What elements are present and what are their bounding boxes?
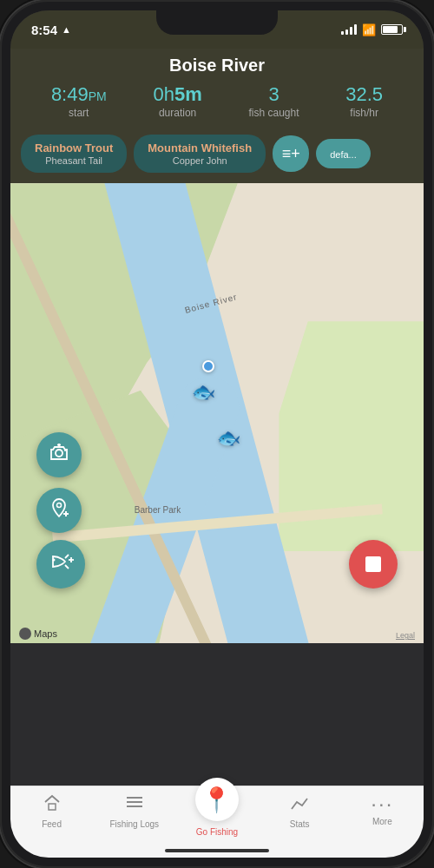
- svg-rect-11: [49, 804, 56, 810]
- stat-fish-caught-label: fish caught: [248, 107, 299, 119]
- chip-name-0: Rainbow Trout: [35, 141, 113, 155]
- tab-bar: Feed Fishing Logs 📍: [10, 786, 424, 858]
- svg-point-7: [53, 558, 56, 561]
- status-icons: 📶: [341, 23, 403, 36]
- location-plus-icon: [49, 497, 69, 523]
- map-background: Boise River Barber Park 🐟 🐟: [10, 183, 424, 643]
- fish-marker-brown: 🐟: [192, 381, 215, 404]
- location-arrow-icon: ▲: [62, 24, 71, 35]
- stat-fish-per-hour-label: fish/hr: [350, 107, 378, 119]
- chip-sub-0: Pheasant Tail: [45, 155, 102, 166]
- wifi-icon: 📶: [362, 23, 376, 36]
- tab-more[interactable]: ··· More: [356, 793, 408, 826]
- chip-rainbow-trout[interactable]: Rainbow Trout Pheasant Tail: [21, 135, 127, 173]
- add-location-fab-button[interactable]: [36, 488, 82, 533]
- stat-duration-value: 0h 5m: [153, 84, 201, 105]
- signal-icon: [341, 24, 357, 35]
- chips-row: Rainbow Trout Pheasant Tail Mountain Whi…: [10, 128, 424, 183]
- stats-icon: [290, 793, 309, 817]
- tab-stats[interactable]: Stats: [273, 793, 326, 829]
- stop-icon: [365, 556, 381, 572]
- notch: [156, 10, 278, 35]
- chip-mountain-whitefish[interactable]: Mountain Whitefish Copper John: [134, 135, 266, 173]
- chip-name-1: Mountain Whitefish: [148, 141, 252, 155]
- stat-start-value: 8:49PM: [51, 84, 107, 105]
- stat-fish-caught-value: 3: [268, 84, 279, 105]
- tab-feed[interactable]: Feed: [26, 793, 78, 829]
- battery-icon: [381, 24, 403, 35]
- tab-feed-label: Feed: [42, 819, 62, 829]
- add-chip-icon: ≡+: [282, 146, 300, 161]
- tab-go-fishing-label: Go Fishing: [196, 827, 238, 837]
- map-container[interactable]: Boise River Barber Park 🐟 🐟: [10, 183, 424, 643]
- tab-fishing-logs[interactable]: Fishing Logs: [108, 793, 161, 829]
- stat-fish-per-hour: 32.5 fish/hr: [345, 84, 383, 119]
- default-chip[interactable]: defa...: [316, 139, 371, 168]
- app-header: Boise River 8:49PM start 0h 5m duration: [10, 49, 424, 128]
- camera-icon: [49, 442, 69, 468]
- chip-sub-1: Copper John: [173, 155, 227, 166]
- go-fishing-pin-icon: 📍: [201, 786, 232, 814]
- time-display: 8:54: [31, 23, 57, 37]
- tab-stats-label: Stats: [290, 819, 310, 829]
- svg-point-0: [56, 450, 62, 457]
- page-title: Boise River: [28, 56, 406, 76]
- stats-row: 8:49PM start 0h 5m duration 3 fish caugh…: [28, 84, 406, 119]
- home-indicator: [165, 849, 269, 852]
- tab-go-fishing[interactable]: 📍 Go Fishing: [191, 793, 243, 837]
- status-time: 8:54 ▲: [31, 23, 71, 37]
- user-location-dot: [201, 358, 216, 374]
- screen: 8:54 ▲ 📶 Boise River 8:49PM: [10, 10, 424, 858]
- go-fishing-button[interactable]: 📍: [195, 778, 239, 821]
- phone-frame: 8:54 ▲ 📶 Boise River 8:49PM: [0, 0, 434, 868]
- stat-start: 8:49PM start: [51, 84, 107, 119]
- stop-session-button[interactable]: [349, 540, 398, 589]
- camera-fab-button[interactable]: [36, 432, 82, 477]
- park-label: Barber Park: [135, 505, 181, 515]
- fish-marker-green: 🐟: [217, 427, 240, 450]
- log-fish-fab-button[interactable]: [36, 540, 85, 589]
- stat-duration: 0h 5m duration: [153, 84, 201, 119]
- add-chip-button[interactable]: ≡+: [273, 135, 309, 172]
- home-icon: [43, 793, 62, 817]
- svg-point-1: [64, 450, 66, 451]
- tab-more-label: More: [372, 817, 392, 826]
- stat-fish-per-hour-value: 32.5: [345, 84, 383, 105]
- stat-duration-label: duration: [159, 107, 196, 119]
- svg-point-4: [57, 503, 62, 508]
- legal-link[interactable]: Legal: [396, 631, 415, 640]
- default-chip-label: defa...: [330, 149, 357, 160]
- list-icon: [125, 793, 144, 817]
- stat-fish-caught: 3 fish caught: [248, 84, 299, 119]
- fish-plus-icon: [48, 551, 74, 577]
- svg-point-10: [19, 628, 31, 640]
- apple-maps-badge: Maps: [19, 628, 57, 640]
- tab-fishing-logs-label: Fishing Logs: [109, 819, 159, 829]
- more-icon: ···: [371, 793, 393, 814]
- stat-start-label: start: [69, 107, 89, 119]
